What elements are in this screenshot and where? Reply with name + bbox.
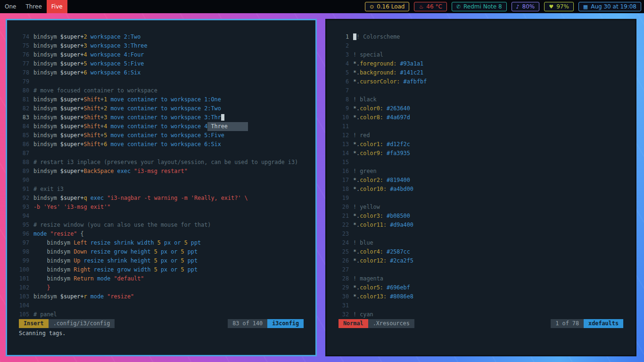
code-line: 101 bindsym Return mode "default" xyxy=(19,274,304,283)
code-text: bindsym $super+Shift+6 move container to… xyxy=(33,140,221,149)
line-number: 74 xyxy=(19,33,29,41)
vim-mode-badge: Normal xyxy=(339,319,368,328)
code-line: 84bindsym $super+Shift+4 move container … xyxy=(19,122,304,131)
code-text: ! red xyxy=(353,131,370,140)
code-line: 92bindsym $super+q exec "i3-nagbar -t wa… xyxy=(19,194,304,203)
code-text: # move focused container to workspace xyxy=(33,86,157,95)
line-number: 17 xyxy=(339,176,349,185)
code-text: *.background: #141c21 xyxy=(353,68,423,77)
code-line: 19 xyxy=(339,194,623,203)
line-number: 103 xyxy=(19,292,29,301)
bar-module-temp[interactable]: ♨46 °C xyxy=(414,2,446,11)
line-number: 102 xyxy=(19,283,29,292)
bar-module-volume[interactable]: ♪80% xyxy=(512,2,540,11)
code-line: 15 xyxy=(339,158,623,167)
code-line: 78bindsym $super+6 workspace 6:Six xyxy=(19,68,304,77)
line-number: 79 xyxy=(19,77,29,86)
code-line: 10*.color8: #4a697d xyxy=(339,113,623,122)
statusline-right: Normal .Xresources 1 of 78 xdefaults xyxy=(339,319,623,328)
code-text: # restart i3 inplace (preserves your lay… xyxy=(33,158,298,167)
terminal-window-right[interactable]: 1 ! Colorscheme23! special4*.foreground:… xyxy=(325,19,636,356)
line-number: 30 xyxy=(339,292,349,301)
line-number: 1 xyxy=(339,33,349,41)
code-text: ! yellow xyxy=(353,203,380,212)
code-line: 98 bindsym Down resize grow height 5 px … xyxy=(19,247,304,256)
cursor-position: 1 of 78 xyxy=(551,319,584,328)
line-number: 78 xyxy=(19,68,29,77)
code-line: 12! red xyxy=(339,131,623,140)
line-number: 97 xyxy=(19,239,29,247)
terminal-window-left[interactable]: 74bindsym $super+2 workspace 2:Two75bind… xyxy=(6,19,317,356)
line-number: 90 xyxy=(19,176,29,185)
code-text: ! black xyxy=(353,95,377,104)
line-number: 16 xyxy=(339,167,349,176)
code-line: 2 xyxy=(339,41,623,50)
device-icon: ✆ xyxy=(456,4,461,9)
code-line: 100 bindsym Right resize grow width 5 px… xyxy=(19,265,304,274)
code-line: 21*.color3: #b08500 xyxy=(339,212,623,221)
filetype-badge: xdefaults xyxy=(584,319,623,328)
code-line: 3! special xyxy=(339,50,623,59)
code-text: bindsym $super+6 workspace 6:Six xyxy=(33,68,140,77)
bar-module-date[interactable]: ▦Aug 30 at 19:08 xyxy=(578,2,641,11)
completion-popup: Three xyxy=(207,122,248,131)
statusline-left: Insert .config/i3/config 83 of 140 i3con… xyxy=(19,319,304,328)
line-number: 2 xyxy=(339,41,349,50)
line-number: 27 xyxy=(339,265,349,274)
code-text: *.color11: #d9a400 xyxy=(353,221,413,230)
line-number: 94 xyxy=(19,212,29,221)
line-number: 29 xyxy=(339,283,349,292)
code-text: ! cyan xyxy=(353,310,373,319)
code-line: 77bindsym $super+5 workspace 5:Five xyxy=(19,59,304,68)
workspace-button-three[interactable]: Three xyxy=(21,0,46,13)
line-number: 99 xyxy=(19,256,29,265)
code-line: 91# exit i3 xyxy=(19,185,304,194)
line-number: 101 xyxy=(19,274,29,283)
code-text: *.foreground: #93a1a1 xyxy=(353,59,423,68)
cursor-position: 83 of 140 xyxy=(228,319,267,328)
bar-module-load[interactable]: ⊙0.16 Load xyxy=(365,2,410,11)
code-text: # exit i3 xyxy=(33,185,64,194)
line-number: 4 xyxy=(339,59,349,68)
code-line: 86bindsym $super+Shift+6 move container … xyxy=(19,140,304,149)
workspace-button-five[interactable]: Five xyxy=(47,0,67,13)
line-number: 88 xyxy=(19,158,29,167)
left-code[interactable]: 74bindsym $super+2 workspace 2:Two75bind… xyxy=(19,33,304,319)
code-text: bindsym $super+Shift+2 move container to… xyxy=(33,104,221,113)
bar-module-label: 46 °C xyxy=(426,3,442,10)
line-number: 95 xyxy=(19,221,29,230)
code-text: mode "resize" { xyxy=(33,230,84,239)
bar-modules: ⊙0.16 Load♨46 °C✆Redmi Note 8♪80%♥97%▦Au… xyxy=(365,2,644,11)
right-code[interactable]: 1 ! Colorscheme23! special4*.foreground:… xyxy=(339,33,623,319)
line-number: 77 xyxy=(19,59,29,68)
line-number: 14 xyxy=(339,149,349,158)
code-line: 96mode "resize" { xyxy=(19,230,304,239)
code-line: 16! green xyxy=(339,167,623,176)
code-line: 79 xyxy=(19,77,304,86)
workspace-button-one[interactable]: One xyxy=(0,0,21,13)
bar-module-battery[interactable]: ♥97% xyxy=(544,2,574,11)
code-line: 1 ! Colorscheme xyxy=(339,33,623,41)
line-number: 6 xyxy=(339,77,349,86)
code-line: 97 bindsym Left resize shrink width 5 px… xyxy=(19,239,304,247)
code-text: *.color4: #2587cc xyxy=(353,247,410,256)
line-number: 22 xyxy=(339,221,349,230)
line-number: 104 xyxy=(19,301,29,310)
code-text: *.color12: #2ca2f5 xyxy=(353,256,413,265)
code-text: ! magenta xyxy=(353,274,383,283)
code-line: 103bindsym $super+r mode "resize" xyxy=(19,292,304,301)
code-line: 30*.color13: #8086e8 xyxy=(339,292,623,301)
terminal-right: 1 ! Colorscheme23! special4*.foreground:… xyxy=(327,20,635,355)
line-number: 5 xyxy=(339,68,349,77)
line-number: 10 xyxy=(339,113,349,122)
bar-module-device[interactable]: ✆Redmi Note 8 xyxy=(452,2,507,11)
line-number: 21 xyxy=(339,212,349,221)
line-number: 15 xyxy=(339,158,349,167)
code-text: bindsym $super+2 workspace 2:Two xyxy=(33,33,140,41)
code-line: 24! blue xyxy=(339,239,623,247)
code-text: *.color0: #263640 xyxy=(353,104,410,113)
code-line: 26*.color12: #2ca2f5 xyxy=(339,256,623,265)
code-text: bindsym $super+Shift+3 move container to… xyxy=(33,113,224,122)
filetype-badge: i3config xyxy=(267,319,304,328)
line-number: 87 xyxy=(19,149,29,158)
